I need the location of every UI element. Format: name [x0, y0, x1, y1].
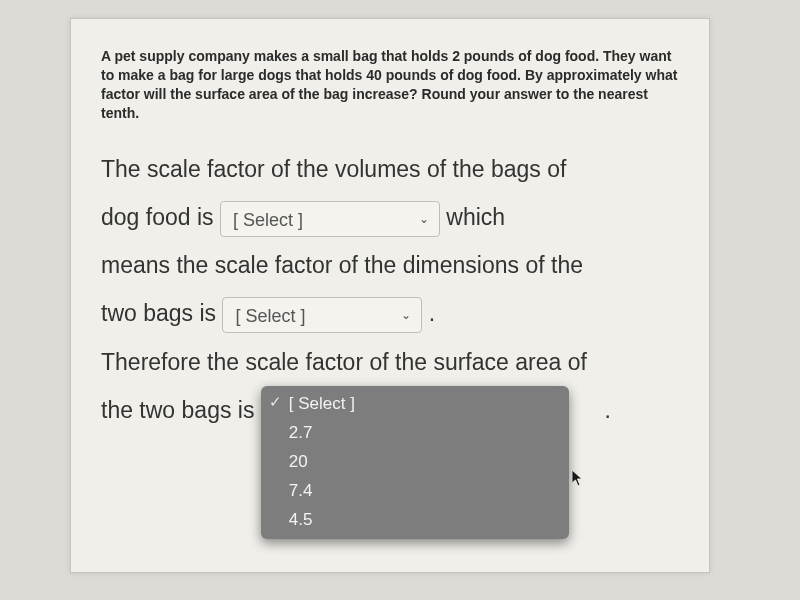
text-fragment: means the scale factor of the dimensions…	[101, 252, 583, 278]
dropdown-option[interactable]: 4.5	[261, 506, 569, 535]
dropdown-option[interactable]: 20	[261, 448, 569, 477]
select-dimension-factor[interactable]: [ Select ] ⌄	[222, 297, 422, 333]
text-fragment: The scale factor of the volumes of the b…	[101, 156, 566, 182]
select-volume-factor[interactable]: [ Select ] ⌄	[220, 201, 440, 237]
text-fragment: the two bags is	[101, 397, 254, 423]
dropdown-option-placeholder[interactable]: [ Select ]	[261, 390, 569, 419]
select-value: [ Select ]	[233, 210, 303, 230]
question-card: A pet supply company makes a small bag t…	[70, 18, 710, 573]
select-value: [ Select ]	[235, 306, 305, 326]
text-fragment: two bags is	[101, 300, 216, 326]
text-fragment: which	[446, 204, 505, 230]
text-fragment: .	[605, 386, 611, 434]
select-surface-factor-dropdown[interactable]: [ Select ] 2.7 20 7.4 4.5	[261, 386, 569, 539]
chevron-down-icon: ⌄	[419, 201, 429, 237]
dropdown-option[interactable]: 7.4	[261, 477, 569, 506]
chevron-down-icon: ⌄	[401, 297, 411, 333]
mouse-cursor-icon	[571, 469, 585, 487]
text-fragment: .	[429, 300, 435, 326]
text-fragment: Therefore the scale factor of the surfac…	[101, 349, 587, 375]
text-fragment: dog food is	[101, 204, 214, 230]
fill-in-sentence: The scale factor of the volumes of the b…	[101, 145, 679, 439]
dropdown-option[interactable]: 2.7	[261, 419, 569, 448]
question-prompt: A pet supply company makes a small bag t…	[101, 47, 679, 123]
